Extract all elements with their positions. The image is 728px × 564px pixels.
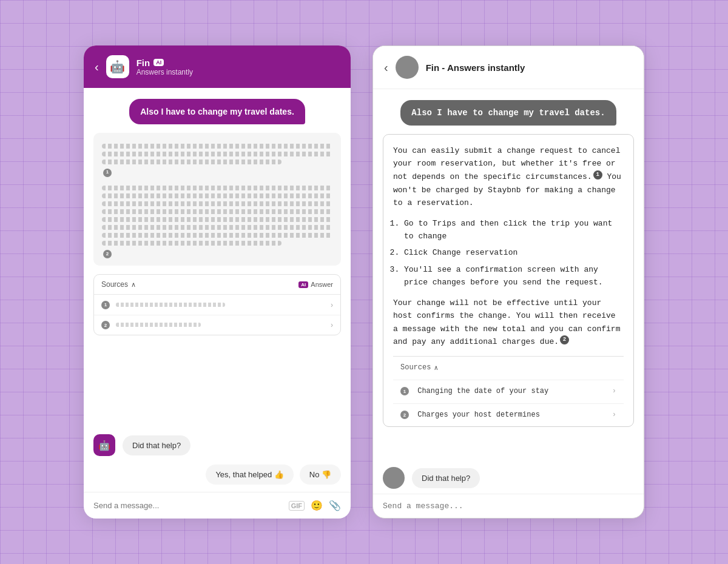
bot-small-icon: 🤖 — [98, 440, 110, 451]
footnote-2: 2 — [103, 250, 112, 258]
left-sources-section: Sources ∧ AI Answer 1 › 2 — [93, 274, 341, 335]
right-chat-panel: ‹ Fin - Answers instantly Also I have to… — [372, 45, 644, 519]
right-back-button[interactable]: ‹ — [384, 61, 388, 73]
attach-icon[interactable]: 📎 — [329, 500, 341, 511]
right-list-item-1: Go to Trips and then click the trip you … — [404, 217, 624, 243]
right-source-chevron-2: › — [612, 409, 616, 421]
left-yes-button[interactable]: Yes, that helped 👍 — [206, 465, 293, 485]
right-bot-list: Go to Trips and then click the trip you … — [404, 217, 624, 289]
left-message-input[interactable] — [93, 501, 283, 510]
left-sources-header: Sources ∧ AI Answer — [94, 275, 340, 295]
superscript-1: 1 — [593, 170, 602, 180]
sources-chevron-icon: ∧ — [131, 281, 136, 289]
left-header: ‹ 🤖 Fin AI Answers instantly — [84, 45, 351, 88]
source-text-scribble-2 — [116, 323, 201, 327]
right-chat-body: Also I have to change my travel dates. Y… — [373, 89, 644, 460]
right-source-num-2: 2 — [400, 411, 409, 419]
emoji-icon[interactable]: 🙂 — [311, 500, 323, 511]
right-source-text-2: Charges your host determines — [417, 411, 540, 419]
gif-icon[interactable]: GIF — [289, 501, 305, 511]
left-ai-answer-badge: AI Answer — [298, 281, 333, 288]
right-did-help-row: Did that help? — [373, 460, 644, 494]
source-chevron-right-2: › — [331, 321, 333, 329]
left-sources-label[interactable]: Sources ∧ — [101, 280, 136, 289]
right-bot-para1: You can easily submit a change request t… — [393, 144, 624, 210]
bot-icon: 🤖 — [110, 59, 125, 74]
right-sources-header[interactable]: Sources ∧ — [393, 357, 624, 380]
right-input-row — [373, 494, 644, 518]
source-num-2: 2 — [101, 321, 110, 329]
right-header: ‹ Fin - Answers instantly — [373, 46, 644, 89]
right-bot-name: Fin - Answers instantly — [426, 62, 525, 73]
left-bot-avatar-small: 🤖 — [93, 434, 115, 456]
left-chat-panel: ‹ 🤖 Fin AI Answers instantly Also I have… — [84, 45, 351, 519]
right-source-item-2[interactable]: 2 Charges your host determines › — [393, 403, 624, 427]
right-message-input[interactable] — [383, 502, 634, 511]
left-source-item-1[interactable]: 1 › — [94, 295, 340, 315]
source-chevron-right-1: › — [331, 301, 333, 309]
left-feedback-row: Yes, that helped 👍 No 👎 — [84, 460, 351, 492]
right-bot-response: You can easily submit a change request t… — [383, 134, 634, 427]
left-chat-body: Also I have to change my travel dates. 1… — [84, 88, 351, 427]
footnote-1: 1 — [103, 169, 112, 177]
right-source-chevron-1: › — [612, 386, 616, 398]
left-user-message: Also I have to change my travel dates. — [129, 99, 305, 124]
left-no-button[interactable]: No 👎 — [300, 465, 341, 485]
left-source-item-2[interactable]: 2 › — [94, 315, 340, 335]
right-source-num-1: 1 — [400, 387, 409, 395]
left-ai-mini-badge: AI — [298, 281, 308, 288]
right-list-item-2: Click Change reservation — [404, 246, 624, 259]
source-text-scribble-1 — [116, 303, 225, 307]
left-did-help-row: 🤖 Did that help? — [84, 427, 351, 460]
right-sources-section: Sources ∧ 1 Changing the date of your st… — [393, 356, 624, 426]
left-header-info: Fin AI Answers instantly — [136, 58, 193, 76]
right-did-help-bubble: Did that help? — [412, 468, 480, 488]
superscript-2: 2 — [560, 335, 569, 344]
left-input-icons: GIF 🙂 📎 — [289, 500, 341, 511]
right-bot-avatar — [396, 56, 419, 79]
source-num-1: 1 — [101, 301, 110, 309]
right-source-item-1[interactable]: 1 Changing the date of your stay › — [393, 380, 624, 403]
right-bot-avatar-small — [383, 467, 405, 489]
left-ai-badge: AI — [153, 59, 164, 66]
right-user-message: Also I have to change my travel dates. — [400, 100, 616, 126]
left-bot-subtitle: Answers instantly — [136, 68, 193, 76]
left-bot-response-1: 1 2 — [93, 133, 341, 266]
right-list-item-3: You'll see a confirmation screen with an… — [404, 263, 624, 289]
left-input-row: GIF 🙂 📎 — [84, 492, 351, 519]
right-source-text-1: Changing the date of your stay — [417, 387, 548, 395]
left-back-button[interactable]: ‹ — [95, 61, 99, 73]
left-did-help-bubble: Did that help? — [123, 435, 190, 455]
left-bot-name: Fin AI — [136, 58, 193, 68]
left-bot-avatar: 🤖 — [106, 55, 129, 78]
right-sources-chevron: ∧ — [434, 363, 438, 374]
right-bot-para2: Your change will not be effective until … — [393, 297, 624, 349]
